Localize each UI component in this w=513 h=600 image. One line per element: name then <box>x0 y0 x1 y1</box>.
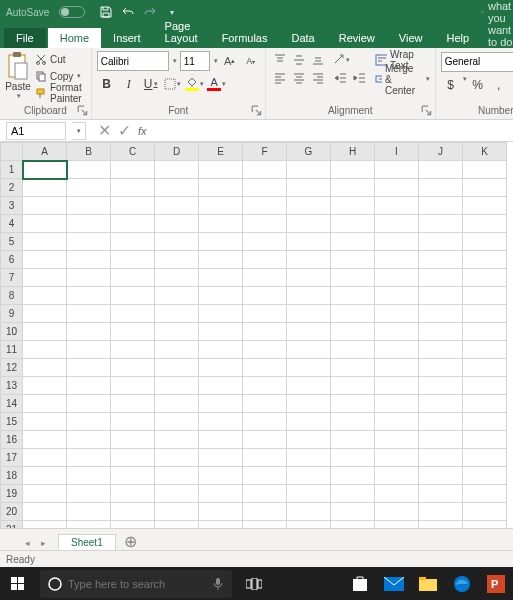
cell[interactable] <box>111 377 155 395</box>
cell[interactable] <box>463 377 507 395</box>
cell[interactable] <box>287 521 331 529</box>
cell[interactable] <box>463 251 507 269</box>
cell[interactable] <box>375 305 419 323</box>
row-header[interactable]: 12 <box>1 359 23 377</box>
sheet-tab[interactable]: Sheet1 <box>58 534 116 550</box>
cell[interactable] <box>111 197 155 215</box>
cell[interactable] <box>199 305 243 323</box>
cell[interactable] <box>331 521 375 529</box>
cell[interactable] <box>375 413 419 431</box>
cell[interactable] <box>287 341 331 359</box>
cell[interactable] <box>23 287 67 305</box>
underline-button[interactable]: U▾ <box>141 74 161 94</box>
row-header[interactable]: 21 <box>1 521 23 529</box>
cell[interactable] <box>199 215 243 233</box>
align-right-icon[interactable] <box>309 69 327 87</box>
cell[interactable] <box>67 503 111 521</box>
cell[interactable] <box>67 233 111 251</box>
row-header[interactable]: 10 <box>1 323 23 341</box>
taskbar-app-mail[interactable] <box>377 567 411 600</box>
tab-formulas[interactable]: Formulas <box>210 28 280 48</box>
cell[interactable] <box>419 287 463 305</box>
sheet-nav-next-icon[interactable]: ▸ <box>36 536 50 550</box>
cell[interactable] <box>199 503 243 521</box>
tab-review[interactable]: Review <box>327 28 387 48</box>
cell[interactable] <box>287 323 331 341</box>
row-header[interactable]: 5 <box>1 233 23 251</box>
cell[interactable] <box>199 521 243 529</box>
cell[interactable] <box>155 179 199 197</box>
name-box[interactable] <box>6 122 66 140</box>
cell[interactable] <box>463 287 507 305</box>
row-header[interactable]: 6 <box>1 251 23 269</box>
cell[interactable] <box>67 287 111 305</box>
cell[interactable] <box>419 359 463 377</box>
cell[interactable] <box>463 197 507 215</box>
cell[interactable] <box>111 215 155 233</box>
cell[interactable] <box>155 305 199 323</box>
cell[interactable] <box>419 467 463 485</box>
cell[interactable] <box>111 233 155 251</box>
cell[interactable] <box>199 413 243 431</box>
cell[interactable] <box>67 395 111 413</box>
cell[interactable] <box>243 377 287 395</box>
cell[interactable] <box>23 269 67 287</box>
italic-button[interactable]: I <box>119 74 139 94</box>
tab-help[interactable]: Help <box>434 28 481 48</box>
cell[interactable] <box>331 485 375 503</box>
cell[interactable] <box>287 431 331 449</box>
select-all-corner[interactable] <box>1 143 23 161</box>
cell[interactable] <box>199 287 243 305</box>
increase-font-icon[interactable]: A▴ <box>221 51 239 71</box>
paste-button[interactable]: Paste ▾ <box>5 51 31 101</box>
cell[interactable] <box>375 359 419 377</box>
cell[interactable] <box>287 485 331 503</box>
cell[interactable] <box>111 359 155 377</box>
row-header[interactable]: 17 <box>1 449 23 467</box>
row-header[interactable]: 9 <box>1 305 23 323</box>
cell[interactable] <box>463 323 507 341</box>
cell[interactable] <box>287 305 331 323</box>
save-icon[interactable] <box>95 2 117 22</box>
cell[interactable] <box>331 305 375 323</box>
row-header[interactable]: 16 <box>1 431 23 449</box>
cell[interactable] <box>331 449 375 467</box>
cell[interactable] <box>111 413 155 431</box>
align-left-icon[interactable] <box>271 69 289 87</box>
cell[interactable] <box>287 467 331 485</box>
cell[interactable] <box>375 449 419 467</box>
cell[interactable] <box>199 431 243 449</box>
cell[interactable] <box>155 503 199 521</box>
orientation-icon[interactable]: ▾ <box>332 51 350 69</box>
cell[interactable] <box>287 233 331 251</box>
row-header[interactable]: 1 <box>1 161 23 179</box>
cell[interactable] <box>287 449 331 467</box>
cell[interactable] <box>155 161 199 179</box>
formula-input[interactable] <box>151 122 513 140</box>
cell[interactable] <box>23 521 67 529</box>
cell[interactable] <box>23 323 67 341</box>
cell[interactable] <box>375 485 419 503</box>
cell[interactable] <box>199 179 243 197</box>
align-top-icon[interactable] <box>271 51 289 69</box>
cell[interactable] <box>375 215 419 233</box>
cell[interactable] <box>463 305 507 323</box>
cell[interactable] <box>111 467 155 485</box>
cell[interactable] <box>331 233 375 251</box>
cell[interactable] <box>375 269 419 287</box>
cell[interactable] <box>155 269 199 287</box>
cell[interactable] <box>243 197 287 215</box>
tab-page-layout[interactable]: Page Layout <box>153 16 210 48</box>
cell[interactable] <box>287 359 331 377</box>
cell[interactable] <box>67 485 111 503</box>
cell[interactable] <box>67 179 111 197</box>
cell[interactable] <box>419 449 463 467</box>
cell[interactable] <box>243 305 287 323</box>
cell[interactable] <box>287 179 331 197</box>
cell[interactable] <box>155 287 199 305</box>
cell[interactable] <box>331 197 375 215</box>
tab-insert[interactable]: Insert <box>101 28 153 48</box>
cell[interactable] <box>111 179 155 197</box>
tab-file[interactable]: File <box>4 28 46 48</box>
cell[interactable] <box>67 467 111 485</box>
